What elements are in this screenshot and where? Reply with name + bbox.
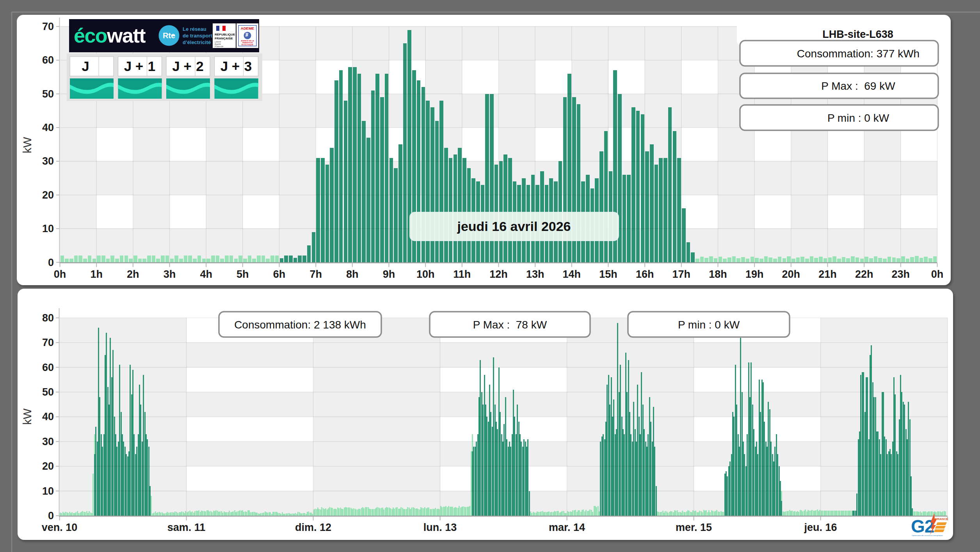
- svg-text:23h: 23h: [892, 268, 910, 280]
- svg-text:9h: 9h: [383, 268, 395, 280]
- svg-text:10h: 10h: [416, 268, 435, 280]
- svg-text:2h: 2h: [127, 268, 139, 280]
- svg-text:60: 60: [42, 54, 54, 66]
- svg-text:d’électricité: d’électricité: [183, 39, 211, 45]
- svg-text:0h: 0h: [54, 268, 66, 280]
- svg-text:10: 10: [42, 223, 54, 234]
- svg-text:RÉPUBLIQUE: RÉPUBLIQUE: [215, 33, 235, 36]
- svg-text:12h: 12h: [489, 268, 508, 280]
- svg-text:mer. 15: mer. 15: [676, 522, 712, 533]
- svg-text:80: 80: [42, 312, 54, 324]
- svg-text:ÉCOLOGIQUE: ÉCOLOGIQUE: [242, 44, 253, 46]
- svg-text:Optimisation des ressources én: Optimisation des ressources énergétiques: [912, 534, 943, 536]
- svg-text:50: 50: [42, 88, 54, 100]
- svg-text:30: 30: [42, 436, 54, 447]
- svg-text:jeu. 16: jeu. 16: [804, 522, 837, 533]
- svg-text:15h: 15h: [599, 268, 617, 280]
- svg-text:de transport: de transport: [183, 33, 213, 39]
- svg-text:dim. 12: dim. 12: [295, 522, 331, 533]
- svg-text:ven. 10: ven. 10: [42, 522, 78, 533]
- svg-text:mar. 14: mar. 14: [549, 522, 585, 533]
- svg-text:5h: 5h: [237, 268, 249, 280]
- svg-text:13h: 13h: [526, 268, 544, 280]
- svg-text:70: 70: [42, 21, 54, 32]
- svg-text:22h: 22h: [855, 268, 873, 280]
- svg-text:20: 20: [42, 460, 54, 472]
- svg-text:jeudi 16 avril 2026: jeudi 16 avril 2026: [457, 219, 571, 234]
- svg-text:19h: 19h: [745, 268, 764, 280]
- svg-text:11h: 11h: [453, 268, 471, 280]
- svg-text:40: 40: [42, 411, 54, 422]
- svg-text:20: 20: [42, 189, 54, 201]
- svg-text:lun. 13: lun. 13: [423, 522, 457, 533]
- svg-text:J +: J +: [124, 59, 144, 74]
- svg-text:16h: 16h: [636, 268, 654, 280]
- svg-text:FRANÇAISE: FRANÇAISE: [215, 37, 233, 40]
- svg-text:Consommation: 377 kWh: Consommation: 377 kWh: [797, 48, 920, 60]
- svg-text:P min : 0 kW: P min : 0 kW: [827, 112, 889, 124]
- svg-text:17h: 17h: [672, 268, 691, 280]
- svg-text:1h: 1h: [90, 268, 103, 280]
- svg-text:Le réseau: Le réseau: [183, 26, 206, 32]
- svg-text:8h: 8h: [346, 268, 359, 280]
- svg-text:3: 3: [244, 59, 252, 74]
- svg-text:kW: kW: [21, 408, 34, 425]
- svg-text:20h: 20h: [782, 268, 800, 280]
- svg-text:J: J: [82, 59, 89, 74]
- svg-text:J +: J +: [221, 59, 240, 74]
- svg-text:14h: 14h: [563, 268, 581, 280]
- svg-text:kW: kW: [21, 137, 34, 153]
- svg-text:0: 0: [48, 510, 54, 522]
- svg-text:écowatt: écowatt: [74, 24, 146, 47]
- svg-text:LHB-site-L638: LHB-site-L638: [822, 28, 893, 40]
- svg-text:70: 70: [42, 337, 54, 348]
- svg-text:6h: 6h: [273, 268, 286, 280]
- svg-text:18h: 18h: [709, 268, 727, 280]
- svg-text:Consommation: 2 138 kWh: Consommation: 2 138 kWh: [234, 319, 366, 331]
- svg-text:40: 40: [42, 122, 54, 133]
- svg-text:0h: 0h: [931, 268, 944, 280]
- svg-text:FRANCE: FRANCE: [935, 517, 948, 521]
- svg-text:50: 50: [42, 386, 54, 398]
- svg-text:P min : 0 kW: P min : 0 kW: [678, 319, 740, 331]
- svg-text:4h: 4h: [200, 268, 212, 280]
- svg-text:7h: 7h: [309, 268, 322, 280]
- svg-text:Fraternité: Fraternité: [215, 45, 223, 48]
- svg-text:3h: 3h: [164, 268, 176, 280]
- svg-text:21h: 21h: [818, 268, 837, 280]
- svg-text:1: 1: [148, 59, 155, 74]
- svg-text:30: 30: [42, 155, 54, 167]
- svg-text:J +: J +: [172, 59, 192, 74]
- svg-text:0: 0: [48, 257, 54, 268]
- svg-text:ADEME: ADEME: [241, 26, 254, 30]
- svg-text:sam. 11: sam. 11: [167, 522, 206, 533]
- svg-text:10: 10: [42, 485, 54, 497]
- svg-text:P Max : 78 kW: P Max : 78 kW: [473, 319, 547, 331]
- svg-text:2: 2: [196, 59, 203, 74]
- svg-text:P Max : 69 kW: P Max : 69 kW: [821, 80, 895, 92]
- svg-text:60: 60: [42, 362, 54, 373]
